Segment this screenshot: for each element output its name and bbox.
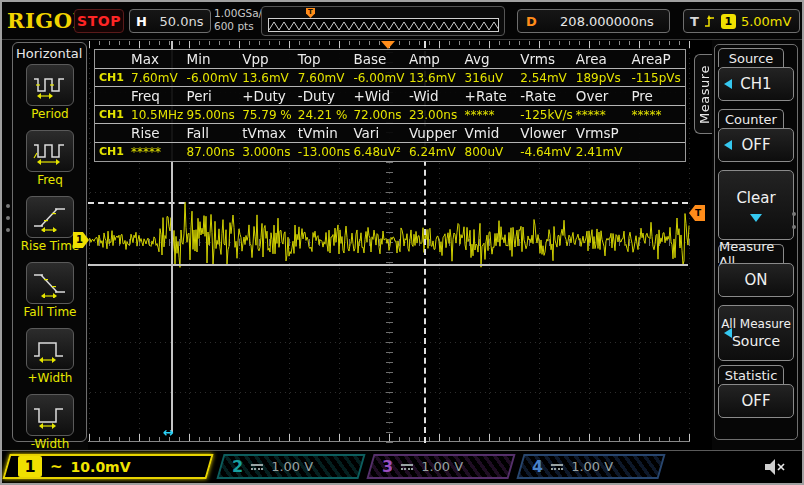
- menu-item-fall-time[interactable]: Fall Time: [14, 262, 86, 319]
- channel-tab-3[interactable]: 3 1.00 V: [366, 454, 515, 479]
- channel-tab-4[interactable]: 4 1.00 V: [516, 454, 665, 479]
- measure-value: 13.6mV: [407, 69, 463, 86]
- run-state-badge: STOP: [74, 9, 124, 33]
- measure-header: +Duty: [240, 87, 296, 105]
- softkey-button-measure-all[interactable]: ON: [718, 263, 794, 297]
- softkey-button-clear[interactable]: Clear: [718, 170, 794, 240]
- fall-time-icon: [26, 262, 74, 304]
- minus-width-icon: [26, 394, 74, 436]
- menu-item-label: Fall Time: [14, 305, 86, 319]
- measure-header: Rise: [129, 124, 185, 142]
- measure-value: 24.21 %: [296, 106, 352, 123]
- lower-threshold-cursor[interactable]: [88, 264, 688, 266]
- menu-item-label: +Width: [14, 371, 86, 385]
- channel-scale: 1.00 V: [421, 459, 463, 474]
- measure-value: [629, 143, 685, 161]
- trigger-level-value: 5.00mV: [741, 14, 792, 29]
- measure-menu-tab[interactable]: Measure: [694, 54, 714, 134]
- channel-tab-2[interactable]: 2 1.00 V: [216, 454, 365, 479]
- measure-value: -115pVs: [629, 69, 685, 86]
- measure-header: Vari: [351, 124, 407, 142]
- measure-header: Area: [574, 50, 630, 68]
- measure-value: 189pVs: [574, 69, 630, 86]
- measure-header: Pre: [629, 87, 685, 105]
- period-icon: [26, 64, 74, 106]
- softkey-label: Source: [718, 48, 784, 67]
- measure-value: 95.00ns: [185, 106, 241, 123]
- softkey-source: Source CH1: [718, 48, 794, 101]
- rise-time-icon: [26, 196, 74, 238]
- waveform-overview: [268, 18, 499, 32]
- measure-header: +Rate: [463, 87, 519, 105]
- softkey-counter: Counter OFF: [718, 109, 794, 162]
- freq-icon: [26, 130, 74, 172]
- measure-header: VrmsP: [574, 124, 630, 142]
- measure-header: Vpp: [240, 50, 296, 68]
- left-arrow-icon: [724, 79, 732, 89]
- trigger-level-marker[interactable]: T: [689, 205, 705, 221]
- status-bar: RIGOL STOP H 50.0ns 1.00GSa/s 600 pts T …: [2, 2, 802, 40]
- measure-value: 2.54mV: [518, 69, 574, 86]
- measure-header: Fall: [185, 124, 241, 142]
- menu-item-label: Freq: [14, 173, 86, 187]
- sample-rate: 1.00GSa/s: [214, 7, 268, 20]
- trigger-readout: T 1 5.00mV: [683, 9, 800, 33]
- measure-value: -6.00mV: [185, 69, 241, 86]
- measure-value: -125kV/s: [518, 106, 574, 123]
- measure-header: Vrms: [518, 50, 574, 68]
- menu-item-freq[interactable]: Freq: [14, 130, 86, 187]
- channel-scale: 1.00 V: [271, 459, 313, 474]
- upper-threshold-cursor[interactable]: [88, 202, 688, 204]
- measure-value-row: CH17.60mV-6.00mV13.6mV7.60mV-6.00mV13.6m…: [95, 69, 685, 87]
- measure-value: 7.60mV: [296, 69, 352, 86]
- dc-coupling-icon: [401, 464, 413, 470]
- softkey-button-all-measure-source[interactable]: All Measure Source: [718, 305, 794, 361]
- measure-value: *****: [574, 106, 630, 123]
- measure-value: -6.00mV: [351, 69, 407, 86]
- trigger-position-pin[interactable]: T: [306, 8, 315, 18]
- menu-item-period[interactable]: Period: [14, 64, 86, 121]
- softkey-button-counter[interactable]: OFF: [718, 128, 794, 162]
- measure-header: Vmid: [463, 124, 519, 142]
- measure-value: 75.79 %: [240, 106, 296, 123]
- menu-item-label: -Width: [14, 437, 86, 451]
- measure-header: Avg: [463, 50, 519, 68]
- channel-tab-1[interactable]: 1~ 10.0mV: [2, 454, 213, 479]
- horizontal-position-strip[interactable]: T: [261, 6, 505, 36]
- measure-header: Peri: [185, 87, 241, 105]
- trigger-source-badge: 1: [721, 14, 736, 29]
- speaker-muted-icon[interactable]: [762, 456, 786, 478]
- acquisition-readout: 1.00GSa/s 600 pts: [214, 7, 268, 33]
- measure-header: [629, 124, 685, 142]
- softkey-statistic: Statistic OFF: [718, 365, 794, 418]
- softkey-label: Counter: [718, 109, 784, 128]
- measure-header: -Rate: [518, 87, 574, 105]
- softkey-button-statistic[interactable]: OFF: [718, 384, 794, 418]
- rising-edge-icon: [704, 13, 716, 29]
- measure-header: Vupper: [407, 124, 463, 142]
- softkey-all-measure-source: All Measure Source: [718, 305, 794, 361]
- dc-coupling-icon: [251, 464, 263, 470]
- channel-scale: 10.0mV: [71, 459, 131, 475]
- softkey-label: Measure All: [718, 244, 784, 263]
- measure-value: 72.00ns: [351, 106, 407, 123]
- measure-header: Over: [574, 87, 630, 105]
- menu-item--width[interactable]: +Width: [14, 328, 86, 385]
- measure-value: *****: [629, 106, 685, 123]
- measure-value: -13.00ns: [296, 143, 352, 161]
- menu-item--width[interactable]: -Width: [14, 394, 86, 451]
- cursor-drag-handle[interactable]: ↔: [163, 425, 174, 440]
- measure-value: 13.6mV: [240, 69, 296, 86]
- measure-header: tVmax: [240, 124, 296, 142]
- channel-label: CH1: [95, 69, 129, 86]
- softkey-button-source[interactable]: CH1: [718, 67, 794, 101]
- measure-header-row: MaxMinVppTopBaseAmpAvgVrmsAreaAreaP: [95, 50, 685, 69]
- left-arrow-icon: [724, 328, 732, 338]
- channel-badge: 1: [18, 456, 42, 477]
- channel-label: CH1: [95, 106, 129, 123]
- channel-bar: 1~ 10.0mV2 1.00 V3 1.00 V4 1.00 V: [2, 450, 802, 483]
- measure-header: -Duty: [296, 87, 352, 105]
- softkey-label: Statistic: [718, 365, 784, 384]
- left-menu-title: Horizontal: [16, 46, 86, 61]
- channel-label: CH1: [95, 143, 129, 161]
